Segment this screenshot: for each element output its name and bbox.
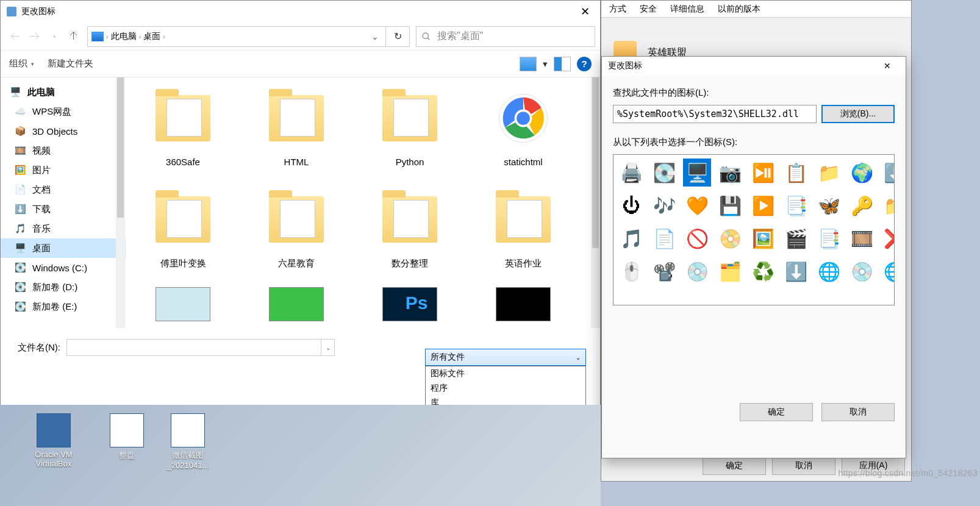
change-icon-cancel-button[interactable]: 取消 [821, 403, 895, 421]
sidebar-item-3d[interactable]: 📦3D Objects [1, 121, 126, 141]
icon-option[interactable]: 🖥️ [683, 159, 711, 187]
icon-option[interactable]: ⏻ [617, 191, 645, 219]
icon-option[interactable]: ❌ [881, 224, 895, 252]
icon-option[interactable]: ▶️ [749, 191, 777, 219]
icon-option[interactable]: 💿 [683, 257, 711, 285]
dialog-close-button[interactable]: ✕ [570, 1, 600, 23]
new-folder-button[interactable]: 新建文件夹 [48, 58, 93, 69]
crumb-dropdown[interactable]: ⌄ [368, 32, 382, 41]
props-ok-button[interactable]: 确定 [703, 457, 766, 475]
file-item[interactable]: Python [361, 85, 459, 182]
sidebar-item-vid[interactable]: 🎞️视频 [1, 141, 126, 160]
icon-option[interactable]: 📷 [716, 159, 744, 187]
change-icon-close-button[interactable]: ✕ [875, 57, 900, 74]
refresh-button[interactable]: ↻ [385, 26, 410, 47]
filename-input[interactable] [66, 339, 321, 356]
icon-option[interactable]: 🔑 [848, 191, 876, 219]
file-item[interactable] [474, 287, 572, 324]
filetype-option[interactable]: 程序 [426, 381, 585, 396]
filename-dropdown[interactable]: ⌄ [321, 339, 335, 356]
tab-details[interactable]: 详细信息 [663, 1, 711, 17]
nav-back-button[interactable]: 🡠 [5, 27, 25, 46]
sidebar-item-dl[interactable]: ⬇️下载 [1, 199, 126, 219]
icon-option[interactable]: ⬇️ [881, 159, 895, 187]
desktop-shortcut[interactable]: 整盘 [96, 413, 157, 461]
nav-up-button[interactable]: 🡡 [64, 27, 84, 46]
organize-menu[interactable]: 组织▾ [9, 58, 34, 69]
nav-forward-button[interactable]: 🡢 [25, 27, 45, 46]
file-item[interactable]: statichtml [474, 85, 572, 182]
icon-option[interactable]: 🎞️ [848, 224, 876, 252]
file-item[interactable]: 傅里叶变换 [134, 186, 232, 283]
icon-option[interactable]: 📁 [815, 159, 843, 187]
props-cancel-button[interactable]: 取消 [772, 457, 835, 475]
icon-option[interactable]: 📽️ [650, 257, 678, 285]
icon-option[interactable]: 🦋 [815, 191, 843, 219]
icon-option[interactable]: 💿 [848, 257, 876, 285]
sidebar-scrollbar[interactable] [116, 77, 125, 328]
filetype-option[interactable]: 图标文件 [426, 366, 585, 381]
view-mode-button[interactable] [520, 57, 537, 71]
icon-option[interactable]: 🖼️ [749, 224, 777, 252]
sidebar-item-pc[interactable]: 🖥️此电脑 [1, 82, 126, 102]
desktop-shortcut[interactable]: 微信截图_2021041... [157, 413, 218, 470]
crumb-current[interactable]: 桌面 [143, 31, 160, 42]
change-icon-ok-button[interactable]: 确定 [740, 403, 813, 421]
file-item[interactable]: 360Safe [134, 85, 232, 182]
sidebar-item-disk[interactable]: 💽新加卷 (E:) [1, 297, 126, 316]
crumb-root[interactable]: 此电脑 [111, 31, 137, 42]
icon-option[interactable]: 💽 [650, 159, 678, 187]
file-item[interactable] [134, 287, 232, 324]
icon-option[interactable]: 📀 [716, 224, 744, 252]
search-input[interactable]: 搜索"桌面" [416, 26, 595, 47]
sidebar-item-pic[interactable]: 🖼️图片 [1, 160, 126, 180]
help-button[interactable]: ? [577, 57, 592, 71]
filetype-selected[interactable]: 所有文件⌄ [425, 349, 586, 366]
sidebar-item-disk[interactable]: 💽新加卷 (D:) [1, 277, 126, 297]
desktop-shortcut[interactable]: Oracle VM VirtualBox [23, 413, 84, 468]
view-mode-dropdown[interactable]: ▾ [543, 59, 548, 69]
preview-pane-button[interactable] [554, 57, 571, 71]
file-item[interactable]: 英语作业 [474, 186, 572, 283]
icon-option[interactable]: 🧡 [683, 191, 711, 219]
icon-option[interactable]: ♻️ [749, 257, 777, 285]
icon-option[interactable]: 📄 [650, 224, 678, 252]
icon-option[interactable]: ⏯️ [749, 159, 777, 187]
icon-option[interactable]: 🗂️ [716, 257, 744, 285]
file-item[interactable]: Ps [361, 287, 459, 324]
browse-button[interactable]: 浏览(B)... [821, 105, 895, 123]
icon-option[interactable]: 🌍 [848, 159, 876, 187]
grid-scrollbar[interactable] [591, 77, 600, 328]
nav-recent-button[interactable]: ▾ [45, 27, 64, 46]
file-item[interactable] [248, 287, 345, 324]
sidebar-item-wps[interactable]: ☁️WPS网盘 [1, 102, 126, 121]
tab-compat[interactable]: 方式 [603, 1, 633, 17]
icon-option[interactable]: 📁 [881, 191, 895, 219]
icon-option[interactable]: 🎵 [617, 224, 645, 252]
icon-option[interactable]: 🚫 [683, 224, 711, 252]
file-item[interactable]: 数分整理 [361, 186, 459, 283]
icon-option[interactable]: 🌐 [815, 257, 843, 285]
dialog-icon [7, 7, 16, 16]
icon-option[interactable]: 🖨️ [617, 159, 645, 187]
sidebar-item-doc[interactable]: 📄文档 [1, 180, 126, 199]
file-item[interactable]: HTML [248, 85, 345, 182]
icon-option[interactable]: 📑 [782, 191, 810, 219]
icon-option[interactable]: 📑 [815, 224, 843, 252]
sidebar-item-mus[interactable]: 🎵音乐 [1, 219, 126, 238]
icon-option[interactable]: ⬇️ [782, 257, 810, 285]
icon-path-input[interactable] [613, 105, 817, 123]
icon-option[interactable]: 📋 [782, 159, 810, 187]
tab-previous[interactable]: 以前的版本 [711, 1, 767, 17]
icon-option[interactable]: 🎬 [782, 224, 810, 252]
breadcrumb[interactable]: › 此电脑 › 桌面 › ⌄ [87, 26, 386, 47]
sidebar-item-desk[interactable]: 🖥️桌面 [1, 238, 126, 258]
tab-security[interactable]: 安全 [633, 1, 663, 17]
icon-option[interactable]: 🖱️ [617, 257, 645, 285]
sidebar-item-disk[interactable]: 💽Windows (C:) [1, 258, 126, 277]
icon-option[interactable]: 🌐 [881, 257, 895, 285]
file-item[interactable]: 六星教育 [248, 186, 345, 283]
icon-option[interactable]: 💾 [716, 191, 744, 219]
icon-list[interactable]: 🖨️⏻🎵🖱️💽🎶📄📽️🖥️🧡🚫💿📷💾📀🗂️⏯️▶️🖼️♻️📋📑🎬⬇️📁🦋📑🌐🌍🔑… [613, 154, 895, 305]
icon-option[interactable]: 🎶 [650, 191, 678, 219]
